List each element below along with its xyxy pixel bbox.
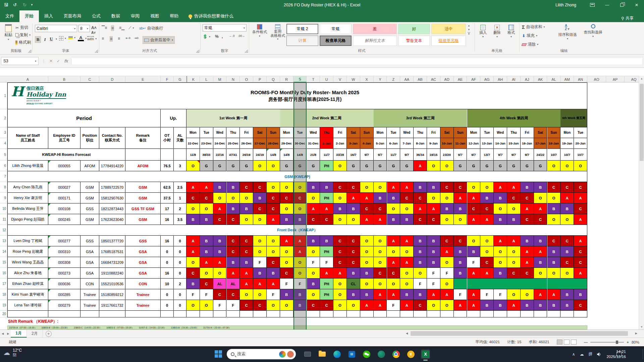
date-cell[interactable]: 25-Dec [227, 138, 240, 149]
staff-id-cell[interactable]: 000171 [48, 193, 80, 203]
shift-cell[interactable]: B [347, 268, 360, 279]
staff-name-cell[interactable]: Lilith Zhong 钟晨晨 [7, 161, 48, 171]
shift-cell[interactable]: F [414, 279, 427, 289]
shrink-font-button[interactable]: A˅ [91, 31, 96, 35]
shift-cell[interactable]: C [440, 182, 454, 193]
column-header-AG[interactable]: AG [480, 76, 494, 82]
shift-cell[interactable]: A [494, 236, 507, 246]
shift-cell[interactable]: A [240, 279, 253, 289]
shift-cell[interactable]: C [333, 236, 347, 246]
column-header-G[interactable]: G [174, 76, 186, 82]
currency-button[interactable]: 💲▾ [203, 34, 210, 39]
scroll-down-icon[interactable]: ▼ [639, 324, 644, 329]
column-header-AI[interactable]: AI [507, 76, 521, 82]
shift-cell[interactable]: G [494, 161, 507, 171]
shift-cell[interactable]: C [267, 257, 280, 268]
shift-cell[interactable]: A [320, 203, 333, 214]
column-header-A[interactable]: A [7, 76, 48, 82]
column-header-T[interactable]: T [307, 76, 320, 82]
forecast-cell[interactable]: 14/8 [267, 149, 280, 161]
column-header-AO[interactable]: AO [587, 76, 606, 82]
scroll-up-icon[interactable]: ▲ [639, 76, 644, 81]
empty-cell[interactable] [507, 311, 521, 317]
shift-cell[interactable]: C [213, 289, 227, 300]
shift-cell[interactable]: G [400, 161, 414, 171]
staff-name-cell[interactable]: Winni Wang 王晶晶 [7, 257, 48, 268]
sheet-nav-next-icon[interactable]: ▶ [5, 332, 11, 335]
shift-cell[interactable]: B [547, 300, 561, 311]
shift-cell[interactable]: B [547, 246, 561, 257]
shift-cell[interactable]: O [507, 289, 521, 300]
column-header-R[interactable]: R [280, 76, 293, 82]
shift-cell[interactable]: A [560, 193, 574, 203]
empty-cell[interactable] [427, 311, 440, 317]
staff-ot-cell[interactable]: 0 [161, 300, 174, 311]
merge-center-button[interactable]: 合并后居中▾ [143, 36, 175, 44]
shift-cell[interactable]: AL [227, 279, 240, 289]
empty-cell[interactable] [360, 311, 374, 317]
shift-cell[interactable]: G [307, 161, 320, 171]
shift-cell[interactable]: O [387, 246, 400, 257]
scroll-left-icon[interactable]: ◀ [406, 332, 408, 335]
close-button[interactable]: ✕ [629, 0, 644, 10]
staff-remark-cell[interactable]: GSM [125, 182, 161, 193]
shift-cell[interactable]: G [293, 161, 307, 171]
shift-cell[interactable]: C [414, 214, 427, 225]
shift-cell[interactable]: F [186, 289, 200, 300]
shift-cell[interactable]: CL [347, 279, 360, 289]
date-cell[interactable]: 10-Jan [440, 138, 454, 149]
forecast-cell[interactable]: 26/19 [240, 149, 253, 161]
shift-cell[interactable]: O [507, 246, 521, 257]
shift-cell[interactable]: C [280, 268, 293, 279]
fill-color-button[interactable]: ▾ [68, 36, 75, 39]
excel-taskbar-icon[interactable]: X [421, 350, 430, 359]
shift-cell[interactable]: PH [320, 246, 333, 257]
shift-cell[interactable]: G [240, 161, 253, 171]
shift-cell[interactable]: B [494, 300, 507, 311]
shift-cell[interactable]: O [400, 246, 414, 257]
empty-cell[interactable] [333, 311, 347, 317]
shift-cell[interactable] [454, 279, 467, 289]
shift-cell[interactable]: B [240, 203, 253, 214]
shift-cell[interactable]: A [467, 289, 481, 300]
shift-cell[interactable]: B [521, 300, 534, 311]
scroll-right-icon[interactable]: ▶ [635, 332, 637, 335]
staff-remark-cell[interactable]: GSA [125, 246, 161, 257]
shift-cell[interactable]: C [307, 300, 320, 311]
gallery-up-icon[interactable]: ▲ [468, 24, 470, 27]
cell-style-检查单元格[interactable]: 检查单元格 [320, 36, 352, 46]
shift-cell[interactable]: B [213, 182, 227, 193]
shift-cell[interactable]: PH [320, 289, 333, 300]
share-button[interactable]: ⚲ 共享 [621, 15, 634, 21]
day-header-cell[interactable]: Sat [253, 127, 267, 138]
forecast-cell[interactable]: 24/22 [534, 149, 547, 161]
empty-cell[interactable] [99, 311, 125, 317]
shift-cell[interactable]: G [213, 161, 227, 171]
shift-cell[interactable]: B [534, 300, 547, 311]
shift-cell[interactable]: C [480, 257, 494, 268]
shift-cell[interactable]: A [293, 246, 307, 257]
shift-cell[interactable]: B [414, 246, 427, 257]
shift-cell[interactable]: C [227, 236, 240, 246]
shift-cell[interactable]: B [427, 236, 440, 246]
shift-cell[interactable]: A [400, 236, 414, 246]
shift-cell[interactable]: O [307, 193, 320, 203]
forecast-empty-cell[interactable] [161, 149, 174, 161]
shift-cell[interactable]: C [374, 203, 387, 214]
day-header-cell[interactable]: Wed [213, 127, 227, 138]
column-header-X[interactable]: X [360, 76, 374, 82]
shift-cell[interactable]: A [507, 182, 521, 193]
ime-indicator[interactable]: 拼 [588, 351, 592, 357]
shift-cell[interactable]: C [227, 246, 240, 257]
staff-name-cell[interactable]: Amy Chen 陈孔燕 [7, 182, 48, 193]
staff-contact-cell[interactable]: 17685187531 [99, 246, 125, 257]
day-header-cell[interactable]: Wed [494, 127, 507, 138]
shift-cell[interactable]: B [227, 182, 240, 193]
empty-cell[interactable] [227, 311, 240, 317]
shift-cell[interactable]: C [320, 300, 333, 311]
cell-style-适中[interactable]: 适中 [431, 24, 466, 34]
staff-contact-cell[interactable]: 17889722570 [99, 182, 125, 193]
column-header-AF[interactable]: AF [467, 76, 481, 82]
staff-position-cell[interactable]: GSA [80, 268, 99, 279]
shift-cell[interactable]: O [186, 203, 200, 214]
